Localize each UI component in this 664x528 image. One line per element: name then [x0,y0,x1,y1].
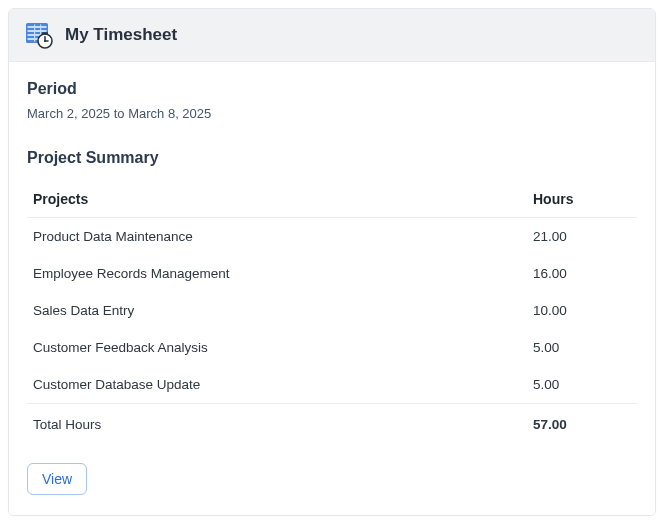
view-button[interactable]: View [27,463,87,495]
project-name: Customer Feedback Analysis [27,329,527,366]
timesheet-icon [25,21,53,49]
table-row: Product Data Maintenance21.00 [27,218,637,256]
project-hours: 21.00 [527,218,637,256]
project-name: Sales Data Entry [27,292,527,329]
project-hours: 10.00 [527,292,637,329]
svg-rect-2 [28,30,47,32]
svg-rect-5 [34,25,35,42]
table-row: Employee Records Management16.00 [27,255,637,292]
svg-point-11 [44,40,46,42]
summary-title: Project Summary [27,149,637,167]
card-header: My Timesheet [9,9,655,62]
table-row: Customer Database Update5.00 [27,366,637,404]
project-hours: 5.00 [527,329,637,366]
timesheet-card: My Timesheet Period March 2, 2025 to Mar… [8,8,656,516]
action-row: View [27,463,637,495]
total-label: Total Hours [27,404,527,444]
card-title: My Timesheet [65,25,177,45]
svg-rect-8 [42,32,48,34]
project-hours: 5.00 [527,366,637,404]
svg-rect-1 [28,26,47,28]
project-hours: 16.00 [527,255,637,292]
total-row: Total Hours57.00 [27,404,637,444]
table-row: Customer Feedback Analysis5.00 [27,329,637,366]
col-hours: Hours [527,181,637,218]
project-name: Product Data Maintenance [27,218,527,256]
table-header-row: Projects Hours [27,181,637,218]
total-hours: 57.00 [527,404,637,444]
period-text: March 2, 2025 to March 8, 2025 [27,106,637,121]
card-body: Period March 2, 2025 to March 8, 2025 Pr… [9,62,655,515]
project-summary-table: Projects Hours Product Data Maintenance2… [27,181,637,443]
table-row: Sales Data Entry10.00 [27,292,637,329]
col-projects: Projects [27,181,527,218]
project-name: Employee Records Management [27,255,527,292]
period-label: Period [27,80,637,98]
project-name: Customer Database Update [27,366,527,404]
